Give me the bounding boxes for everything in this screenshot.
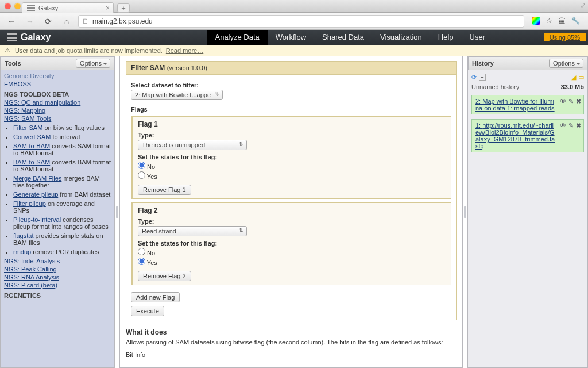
notice-link[interactable]: Read more…	[166, 47, 203, 54]
delete-icon[interactable]: ✖	[576, 122, 581, 129]
samtools-item: Pileup-to-Interval condenses pileup form…	[13, 216, 111, 230]
samtools-item: flagstat provides simple stats on BAM fi…	[13, 232, 111, 246]
flag2-radio-no[interactable]: No	[138, 250, 155, 256]
minimize-window-icon[interactable]	[14, 3, 21, 9]
history-item-2[interactable]: 👁 ✎ ✖ 2: Map with Bowtie for Illumina on…	[471, 95, 584, 114]
samtools-link[interactable]: rmdup	[13, 248, 31, 255]
left-resize-handle[interactable]	[115, 56, 119, 368]
tool-cat-qc[interactable]: NGS: QC and manipulation	[4, 99, 111, 106]
tool-cat-mapping[interactable]: NGS: Mapping	[4, 107, 111, 114]
samtools-link[interactable]: Merge BAM Files	[13, 175, 61, 182]
history-panel-header: History Options	[468, 56, 587, 70]
flag2-title: Flag 2	[138, 206, 446, 214]
tag-history-icon[interactable]: ◢	[571, 74, 576, 81]
star-icon[interactable]: ☆	[546, 17, 552, 25]
dataset-select[interactable]: 2: Map with Bowtie f...apped reads	[131, 90, 223, 100]
reload-button[interactable]: ⟳	[41, 16, 55, 27]
history-options-button[interactable]: Options	[549, 59, 583, 68]
nav-help[interactable]: Help	[430, 30, 462, 45]
center-panel: Filter SAM (version 1.0.0) Select datase…	[119, 56, 463, 368]
flag2-type-select[interactable]: Read strand	[138, 226, 247, 236]
delete-icon[interactable]: ✖	[576, 98, 581, 105]
browser-toolbar: ← → ⟳ ⌂ 🗋 main.g2.bx.psu.edu ☆ 🏛 🔧	[0, 13, 588, 30]
app-name: Galaxy	[21, 32, 51, 43]
samtools-link[interactable]: Pileup-to-Interval	[13, 216, 61, 223]
logo-icon	[7, 33, 17, 41]
tool-cat-samtools[interactable]: NGS: SAM Tools	[4, 115, 111, 122]
samtools-link[interactable]: flagstat	[13, 232, 33, 239]
nav-visualization[interactable]: Visualization	[372, 30, 430, 45]
flag1-type-label: Type:	[138, 132, 446, 139]
view-icon[interactable]: 👁	[560, 98, 566, 105]
samtools-link[interactable]: SAM-to-BAM	[13, 143, 50, 150]
forward-button[interactable]: →	[23, 16, 37, 27]
remove-flag2-button[interactable]: Remove Flag 2	[138, 271, 191, 281]
tools-section-rgenetics: RGENETICS	[4, 292, 111, 299]
url-bar[interactable]: 🗋 main.g2.bx.psu.edu	[78, 15, 524, 28]
flag1-type-select[interactable]: The read is unmapped	[138, 140, 247, 150]
tools-title: Tools	[5, 60, 21, 67]
execute-button[interactable]: Execute	[131, 306, 164, 316]
dataset-label: Select dataset to filter:	[131, 82, 451, 89]
flag1-radio-yes[interactable]: Yes	[138, 173, 157, 180]
flag1-box: Flag 1 Type: The read is unmapped Set th…	[131, 116, 451, 199]
edit-icon[interactable]: ✎	[568, 98, 574, 105]
samtools-list: Filter SAM on bitwise flag valuesConvert…	[13, 124, 111, 255]
usage-badge[interactable]: Using 85%	[544, 33, 586, 41]
remove-flag1-button[interactable]: Remove Flag 1	[138, 185, 191, 195]
what-it-does-title: What it does	[126, 328, 457, 336]
samtools-link[interactable]: Convert SAM	[13, 133, 51, 140]
tab-title: Galaxy	[38, 5, 58, 12]
close-tab-icon[interactable]: ×	[106, 4, 110, 12]
flag2-box: Flag 2 Type: Read strand Set the states …	[131, 202, 451, 285]
extension-icon[interactable]	[532, 17, 540, 25]
tool-cat-rna[interactable]: NGS: RNA Analysis	[4, 274, 111, 281]
samtools-link[interactable]: Filter SAM	[13, 124, 42, 131]
flag1-radio-no[interactable]: No	[138, 163, 155, 170]
tool-cat-peak[interactable]: NGS: Peak Calling	[4, 266, 111, 273]
back-button[interactable]: ←	[5, 16, 18, 27]
tool-genome-diversity[interactable]: Genome Diversity	[4, 72, 111, 79]
tools-panel-header: Tools Options	[1, 56, 114, 70]
add-flag-button[interactable]: Add new Flag	[131, 292, 180, 302]
right-resize-handle[interactable]	[463, 56, 467, 368]
tool-emboss[interactable]: EMBOSS	[4, 80, 111, 87]
view-icon[interactable]: 👁	[560, 122, 566, 129]
wrench-icon[interactable]: 🔧	[571, 17, 580, 25]
nav-analyze-data[interactable]: Analyze Data	[207, 30, 267, 45]
samtools-item: BAM-to-SAM converts BAM format to SAM fo…	[13, 159, 111, 172]
samtools-link[interactable]: Filter pileup	[13, 200, 46, 207]
flag2-radio-yes[interactable]: Yes	[138, 259, 157, 266]
notice-text: User data and job quota limits are now i…	[15, 47, 163, 54]
app-header: Galaxy Analyze Data Workflow Shared Data…	[0, 30, 588, 45]
close-window-icon[interactable]	[5, 3, 11, 9]
samtools-link[interactable]: Generate pileup	[13, 191, 58, 198]
app-nav: Analyze Data Workflow Shared Data Visual…	[207, 30, 493, 45]
bitinfo-label: Bit Info	[126, 351, 457, 358]
samtools-link[interactable]: BAM-to-SAM	[13, 159, 50, 166]
home-button[interactable]: ⌂	[60, 16, 74, 27]
new-tab-button[interactable]: ＋	[117, 3, 130, 13]
app-logo[interactable]: Galaxy	[0, 32, 57, 43]
nav-workflow[interactable]: Workflow	[268, 30, 314, 45]
tool-title-bar: Filter SAM (version 1.0.0)	[126, 61, 457, 75]
nav-shared-data[interactable]: Shared Data	[314, 30, 372, 45]
warning-icon: ⚠	[3, 47, 11, 55]
annotate-history-icon[interactable]: ▭	[578, 74, 584, 81]
history-item-1[interactable]: 👁 ✎ ✖ 1: http://rous.mit.edu/~charliew/B…	[471, 119, 584, 152]
tool-cat-picard[interactable]: NGS: Picard (beta)	[4, 282, 111, 289]
tools-options-button[interactable]: Options	[76, 59, 110, 68]
tool-cat-indel[interactable]: NGS: Indel Analysis	[4, 258, 111, 264]
tool-version: (version 1.0.0)	[167, 64, 207, 71]
refresh-history-icon[interactable]: ⟳	[471, 74, 477, 81]
browser-tab[interactable]: Galaxy ×	[22, 2, 114, 13]
nav-user[interactable]: User	[462, 30, 493, 45]
fullscreen-icon[interactable]: ⤢	[580, 1, 586, 10]
edit-icon[interactable]: ✎	[568, 122, 574, 129]
tab-favicon	[27, 5, 35, 11]
history-name[interactable]: Unnamed history	[471, 83, 519, 90]
institution-icon[interactable]: 🏛	[558, 17, 566, 25]
collapse-history-icon[interactable]: −	[479, 74, 486, 80]
samtools-item: Filter pileup on coverage and SNPs	[13, 200, 111, 214]
samtools-item: SAM-to-BAM converts SAM format to BAM fo…	[13, 143, 111, 156]
